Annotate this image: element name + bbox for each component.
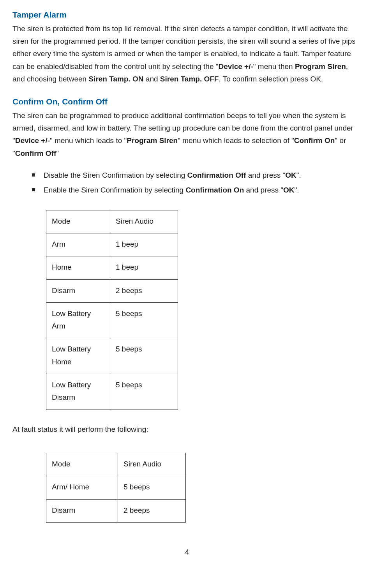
table-row: Arm/ Home 5 beeps xyxy=(46,476,186,499)
tamper-alarm-heading: Tamper Alarm xyxy=(12,8,362,22)
table-row: Disarm 2 beeps xyxy=(46,279,178,302)
table-cell: Arm/ Home xyxy=(46,476,118,499)
table-row: Low Battery Arm 5 beeps xyxy=(46,302,178,338)
table-row: Mode Siren Audio xyxy=(46,453,186,476)
text: " xyxy=(56,149,59,157)
confirmation-bullets: Disable the Siren Confirmation by select… xyxy=(32,169,362,197)
table-cell: 5 beeps xyxy=(110,302,178,338)
table-cell: 5 beeps xyxy=(110,374,178,410)
table-cell: Mode xyxy=(46,210,110,233)
text: and press " xyxy=(244,186,283,194)
table-cell: Low Battery Home xyxy=(46,338,110,374)
bold: Confirmation Off xyxy=(187,171,246,179)
bold: Siren Tamp. OFF xyxy=(160,75,219,83)
text: " menu then xyxy=(253,62,295,71)
bold: Program Siren xyxy=(295,62,346,71)
table-row: Home 1 beep xyxy=(46,256,178,279)
bold: OK xyxy=(283,186,295,194)
text: " menu which leads to " xyxy=(50,136,127,145)
text: " menu which leads to selection of " xyxy=(178,136,294,145)
table-cell: Low Battery Arm xyxy=(46,302,110,338)
table-cell: Mode xyxy=(46,453,118,476)
bold: OK xyxy=(285,171,296,179)
list-item: Disable the Siren Confirmation by select… xyxy=(32,169,362,182)
bold: Device +/- xyxy=(15,136,50,145)
table-cell: Home xyxy=(46,256,110,279)
table-cell: Disarm xyxy=(46,279,110,302)
fault-status-table: Mode Siren Audio Arm/ Home 5 beeps Disar… xyxy=(46,453,186,523)
fault-status-text: At fault status it will perform the foll… xyxy=(12,423,362,436)
table-row: Low Battery Home 5 beeps xyxy=(46,338,178,374)
table-cell: 2 beeps xyxy=(118,499,186,522)
list-item: Enable the Siren Confirmation by selecti… xyxy=(32,184,362,196)
table-cell: Siren Audio xyxy=(110,210,178,233)
text: and press " xyxy=(246,171,286,179)
table-cell: 2 beeps xyxy=(110,279,178,302)
text: . To confirm selection press OK. xyxy=(219,75,323,83)
confirm-heading: Confirm On, Confirm Off xyxy=(12,95,362,109)
text: ". xyxy=(295,186,299,194)
table-row: Disarm 2 beeps xyxy=(46,499,186,522)
table-row: Arm 1 beep xyxy=(46,233,178,256)
table-cell: Arm xyxy=(46,233,110,256)
bold: Program Siren xyxy=(127,136,178,145)
text: Disable the Siren Confirmation by select… xyxy=(44,171,187,179)
table-cell: 1 beep xyxy=(110,256,178,279)
page-number: 4 xyxy=(12,546,362,558)
bold: Confirm Off xyxy=(15,149,56,157)
table-cell: 1 beep xyxy=(110,233,178,256)
mode-audio-table: Mode Siren Audio Arm 1 beep Home 1 beep … xyxy=(46,210,178,410)
bold: Siren Tamp. ON xyxy=(88,75,143,83)
text: ". xyxy=(296,171,301,179)
bold: Device +/- xyxy=(219,62,253,71)
tamper-alarm-section: Tamper Alarm The siren is protected from… xyxy=(12,8,362,85)
tamper-alarm-body: The siren is protected from its top lid … xyxy=(12,23,362,85)
bold: Confirm On xyxy=(294,136,335,145)
table-row: Mode Siren Audio xyxy=(46,210,178,233)
text: Enable the Siren Confirmation by selecti… xyxy=(44,186,185,194)
text: and xyxy=(144,75,160,83)
table-cell: Siren Audio xyxy=(118,453,186,476)
confirm-body: The siren can be programmed to produce a… xyxy=(12,109,362,160)
confirm-section: Confirm On, Confirm Off The siren can be… xyxy=(12,95,362,160)
table-cell: Disarm xyxy=(46,499,118,522)
table-row: Low Battery Disarm 5 beeps xyxy=(46,374,178,410)
table-cell: 5 beeps xyxy=(110,338,178,374)
bold: Confirmation On xyxy=(185,186,244,194)
table-cell: Low Battery Disarm xyxy=(46,374,110,410)
table-cell: 5 beeps xyxy=(118,476,186,499)
